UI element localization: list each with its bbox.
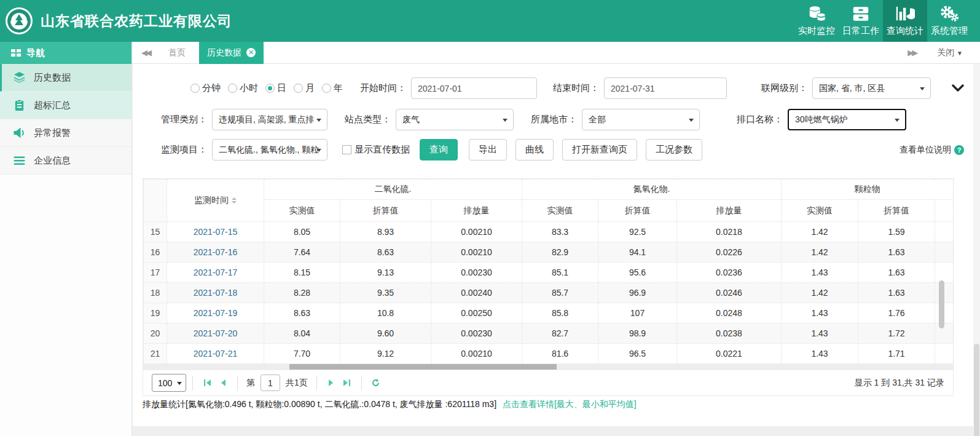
cell: 85.7 — [522, 283, 598, 303]
cell: 1.63 — [858, 263, 935, 283]
tab-history-data[interactable]: 历史数据 ✕ — [199, 42, 264, 64]
cell: 8.63 — [340, 242, 431, 263]
caret-down-icon — [316, 149, 321, 152]
cell: 1.43 — [782, 323, 858, 344]
first-page-button[interactable] — [199, 375, 215, 391]
radio-circle-icon — [190, 84, 200, 93]
prev-page-button[interactable] — [215, 375, 231, 391]
sub-header-clipped — [935, 200, 954, 222]
cell: 0.0221 — [677, 344, 782, 364]
query-button[interactable]: 查询 — [420, 139, 458, 161]
last-page-button[interactable] — [339, 375, 355, 391]
date-link[interactable]: 2021-07-20 — [194, 328, 238, 338]
sub-header: 折算值 — [858, 200, 935, 222]
outlet-select[interactable]: 30吨燃气锅炉 — [788, 109, 906, 130]
date-link[interactable]: 2021-07-17 — [194, 268, 238, 277]
cell: 9.60 — [340, 323, 431, 344]
cell: 0.0246 — [677, 283, 782, 303]
close-tabs-menu[interactable]: 关闭 ▼ — [937, 47, 963, 58]
tab-home[interactable]: 首页 — [168, 47, 186, 58]
date-link[interactable]: 2021-07-19 — [194, 308, 238, 318]
nav-item-realtime[interactable]: 实时监控 — [794, 0, 839, 42]
refresh-button[interactable] — [368, 375, 384, 391]
page-number-input[interactable] — [261, 375, 280, 391]
nav-item-query-stats[interactable]: 查询统计 — [883, 0, 927, 42]
page-size-select[interactable]: 100 — [152, 374, 186, 392]
end-time-input[interactable] — [604, 77, 727, 99]
page-size-value: 100 — [158, 378, 172, 388]
row-number: 17 — [144, 263, 167, 283]
chart-stats-icon — [895, 6, 915, 22]
radio-minute[interactable]: 分钟 — [190, 82, 221, 94]
cell-clipped — [935, 263, 954, 283]
date-link[interactable]: 2021-07-21 — [194, 349, 238, 359]
radio-circle-icon — [294, 84, 303, 93]
mgmt-category-select[interactable]: 违规项目, 高架源, 重点排 — [212, 109, 327, 130]
filter-row-categories: 管理类别： 违规项目, 高架源, 重点排 站点类型： 废气 所属地市： 全部 排… — [161, 109, 980, 130]
open-new-query-button[interactable]: 打开新查询页 — [562, 139, 637, 161]
cell: 107 — [598, 303, 677, 323]
cell: 0.0226 — [677, 242, 782, 263]
table-vertical-scrollbar[interactable] — [939, 280, 944, 328]
sidebar-item-history-data[interactable]: 历史数据 — [0, 64, 131, 92]
city-select[interactable]: 全部 — [582, 109, 700, 130]
sidebar-item-label: 异常报警 — [34, 127, 71, 139]
next-page-button[interactable] — [323, 375, 339, 391]
cell: 0.00250 — [431, 303, 522, 323]
city-value: 全部 — [589, 114, 606, 125]
radio-label: 小时 — [240, 82, 258, 94]
table-horizontal-scrollbar[interactable] — [289, 364, 557, 370]
cell: 82.9 — [522, 242, 598, 263]
caret-down-icon — [177, 382, 182, 385]
group-header-pm: 颗粒物 — [782, 180, 954, 200]
page-scrollbar[interactable] — [974, 344, 979, 436]
sort-icon — [232, 197, 237, 204]
date-link[interactable]: 2021-07-16 — [194, 247, 238, 257]
tab-close-icon[interactable]: ✕ — [246, 48, 256, 57]
cell: 9.12 — [340, 344, 431, 364]
view-detail-link[interactable]: 点击查看详情[最大、最小和平均值] — [503, 399, 637, 409]
unit-help-link[interactable]: 查看单位说明 ? — [900, 145, 964, 156]
monitor-items-select[interactable]: 二氧化硫., 氮氧化物., 颗粒 — [212, 139, 327, 161]
cell: 0.00210 — [431, 242, 522, 263]
station-type-label: 站点类型： — [345, 114, 391, 125]
cell: 96.9 — [598, 283, 677, 303]
nav-item-system-mgmt[interactable]: 系统管理 — [927, 0, 971, 42]
collapse-filters-chevron-icon[interactable] — [952, 84, 964, 93]
tabs-scroll-left-icon[interactable]: ◀◀ — [141, 48, 150, 57]
record-summary: 显示 1 到 31,共 31 记录 — [855, 378, 944, 389]
nav-label: 查询统计 — [887, 25, 923, 37]
export-button[interactable]: 导出 — [469, 139, 507, 161]
divider — [237, 376, 238, 390]
company-logo-icon — [5, 7, 33, 35]
filter-row-actions: 监测项目： 二氧化硫., 氮氧化物., 颗粒 显示直传数据 查询 导出 曲线 打… — [161, 139, 980, 161]
city-label: 所属地市： — [531, 114, 577, 125]
radio-year[interactable]: 年 — [322, 82, 343, 94]
start-time-input[interactable] — [411, 77, 537, 99]
nav-item-daily-work[interactable]: 日常工作 — [839, 0, 883, 42]
station-type-select[interactable]: 废气 — [396, 109, 514, 130]
cell-clipped — [935, 242, 954, 263]
condition-params-button[interactable]: 工况参数 — [646, 139, 702, 161]
cell: 1.43 — [782, 344, 858, 364]
sidebar-item-company-info[interactable]: 企业信息 — [0, 147, 131, 175]
tab-label: 历史数据 — [207, 47, 241, 58]
radio-month[interactable]: 月 — [294, 82, 315, 94]
radio-day[interactable]: 日 — [265, 82, 286, 94]
network-level-select[interactable]: 国家, 省, 市, 区县 — [812, 77, 931, 99]
history-data-table: 监测时间 二氧化硫. 氮氧化物. 颗粒物 实测值 折算值 排放量 实测值 — [143, 179, 954, 364]
layers-icon — [13, 71, 26, 84]
tabs-scroll-right-icon[interactable]: ▶▶ — [907, 48, 916, 57]
date-link[interactable]: 2021-07-15 — [194, 227, 238, 237]
sidebar-item-abnormal-alarm[interactable]: 异常报警 — [0, 119, 131, 147]
sidebar-item-exceedance-summary[interactable]: 超标汇总 — [0, 92, 131, 119]
cell: 1.42 — [782, 283, 858, 303]
date-link[interactable]: 2021-07-18 — [194, 288, 238, 298]
start-time-label: 开始时间： — [360, 82, 406, 94]
sidebar-item-label: 企业信息 — [34, 155, 71, 167]
direct-data-checkbox[interactable] — [342, 145, 351, 154]
curve-button[interactable]: 曲线 — [515, 139, 554, 161]
radio-label: 分钟 — [202, 82, 221, 94]
time-column-header[interactable]: 监测时间 — [167, 180, 264, 222]
radio-hour[interactable]: 小时 — [228, 82, 258, 94]
